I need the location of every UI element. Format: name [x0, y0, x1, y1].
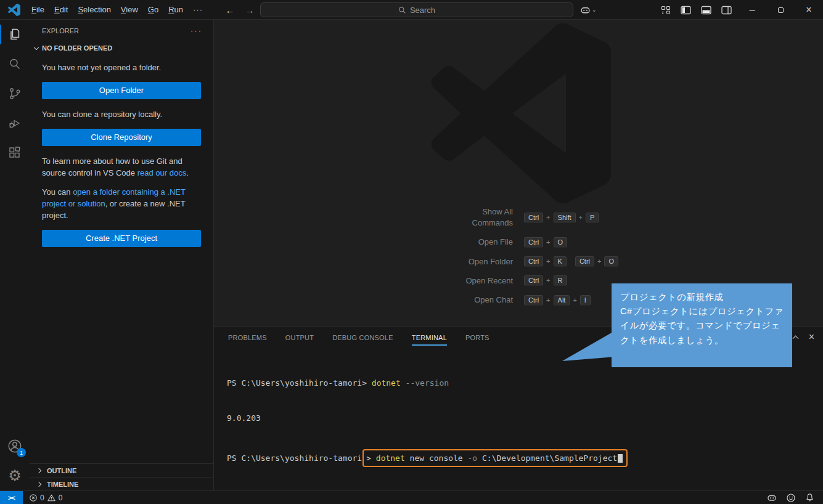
menu-bar: File Edit Selection View Go Run ··· [27, 0, 208, 20]
manage-gear-button[interactable]: ⚙ [0, 461, 30, 490]
tab-output[interactable]: OUTPUT [285, 334, 314, 346]
sidebar-header: EXPLORER ··· [30, 20, 213, 41]
explorer-sidebar: EXPLORER ··· NO FOLDER OPENED You have n… [30, 20, 214, 490]
section-no-folder-opened[interactable]: NO FOLDER OPENED [30, 41, 213, 55]
timeline-section[interactable]: TIMELINE [30, 477, 213, 490]
editor-area: Show All CommandsCtrl+Shift+POpen FileCt… [214, 20, 823, 327]
menu-run[interactable]: Run [163, 0, 188, 20]
close-button[interactable]: × [795, 0, 823, 20]
callout-body: C#プロジェクトにはプロジェクトファイルが必要です。コマンドでプロジェクトを作成… [620, 304, 784, 348]
shortcut-label: Open Recent [214, 275, 518, 287]
extensions-icon [7, 145, 22, 160]
copilot-status-icon[interactable] [767, 493, 777, 503]
menu-more-icon[interactable]: ··· [188, 0, 208, 20]
git-docs-text: To learn more about how to use Git and s… [42, 156, 201, 179]
toggle-secondary-sidebar-icon[interactable] [721, 6, 732, 15]
keycap: Ctrl [524, 275, 543, 286]
dotnet-text: You can open a folder containing a .NET … [42, 187, 201, 222]
remote-icon: >< [8, 494, 15, 502]
feedback-icon[interactable] [786, 493, 796, 503]
extensions-activity-icon[interactable] [0, 138, 30, 168]
menu-go[interactable]: Go [143, 0, 163, 20]
shortcut-row: Open FileCtrl+O [214, 237, 823, 248]
search-activity-icon[interactable] [0, 49, 30, 79]
terminal-line: PS C:\Users\yoshihiro-tamori> dotnet new… [227, 447, 823, 467]
shortcut-row: Open FolderCtrl+KCtrl+O [214, 256, 823, 267]
tab-terminal[interactable]: TERMINAL [412, 334, 447, 346]
keycap: Ctrl [524, 213, 543, 223]
tab-ports[interactable]: PORTS [465, 334, 489, 346]
copilot-icon [580, 5, 591, 15]
sidebar-title: EXPLORER [42, 27, 79, 35]
search-placeholder: Search [410, 6, 435, 15]
keycap: I [580, 295, 591, 306]
dotnet-text-pre: You can [42, 187, 73, 197]
keycap: O [554, 237, 568, 248]
run-debug-activity-icon[interactable] [0, 108, 30, 138]
remote-indicator[interactable]: >< [0, 491, 23, 504]
minimize-button[interactable]: ─ [738, 0, 766, 20]
vscode-logo-icon [8, 4, 20, 16]
terminal-cursor [618, 454, 623, 463]
command-center-search[interactable]: Search [260, 2, 573, 17]
menu-edit[interactable]: Edit [49, 0, 73, 20]
bell-icon[interactable] [805, 493, 814, 502]
terminal-flag: -o [468, 453, 478, 463]
terminal-view[interactable]: PS C:\Users\yoshihiro-tamori> dotnet --v… [214, 346, 823, 490]
terminal-args: new console [405, 453, 468, 463]
terminal-command: dotnet [372, 378, 401, 388]
clone-repository-button[interactable]: Clone Repository [42, 129, 201, 146]
titlebar: File Edit Selection View Go Run ··· ← → … [0, 0, 823, 20]
menu-file[interactable]: File [27, 0, 49, 20]
layout-controls [661, 0, 732, 20]
window-controls: ─ × [738, 0, 823, 20]
chevron-down-icon [34, 45, 39, 50]
tab-debug-console[interactable]: DEBUG CONSOLE [332, 334, 393, 346]
keycap: Ctrl [524, 256, 543, 267]
menu-selection[interactable]: Selection [73, 0, 115, 20]
outline-section[interactable]: OUTLINE [30, 463, 213, 477]
shortcut-keys: Ctrl+Shift+P [518, 213, 823, 223]
git-docs-text-post: . [186, 168, 189, 177]
shortcut-label: Show All Commands [214, 206, 518, 229]
search-icon [7, 57, 22, 71]
shortcut-row: Show All CommandsCtrl+Shift+P [214, 206, 823, 229]
maximize-button[interactable] [766, 0, 795, 20]
source-control-activity-icon[interactable] [0, 79, 30, 108]
forward-arrow-icon[interactable]: → [243, 5, 256, 15]
section-title: NO FOLDER OPENED [42, 44, 112, 52]
keycap: R [554, 275, 567, 286]
tab-problems[interactable]: PROBLEMS [228, 334, 267, 346]
outline-label: OUTLINE [47, 467, 76, 474]
maximize-icon [778, 7, 784, 13]
keycap: Ctrl [524, 295, 543, 306]
gear-icon: ⚙ [8, 468, 22, 483]
search-icon [398, 6, 406, 14]
command-highlight-box: > dotnet new console -o C:\Development\S… [362, 449, 628, 467]
keycap: O [604, 256, 618, 267]
annotation-callout: プロジェクトの新規作成 C#プロジェクトにはプロジェクトファイルが必要です。コマ… [612, 283, 792, 367]
status-bar: >< 0 0 [0, 490, 823, 504]
warning-count: 0 [59, 494, 63, 502]
explorer-activity-icon[interactable] [0, 20, 30, 49]
toggle-panel-icon[interactable] [701, 6, 711, 15]
toggle-sidebar-icon[interactable] [681, 6, 691, 15]
create-dotnet-project-button[interactable]: Create .NET Project [42, 230, 201, 247]
copilot-menu[interactable]: ⌄ [580, 0, 597, 20]
chevron-right-icon [36, 468, 41, 473]
terminal-args: --version [401, 378, 449, 388]
maximize-panel-icon[interactable] [792, 335, 798, 341]
keycap: Ctrl [575, 256, 594, 267]
problems-status[interactable]: 0 0 [29, 494, 62, 502]
open-folder-button[interactable]: Open Folder [42, 82, 201, 99]
back-arrow-icon[interactable]: ← [223, 5, 237, 15]
close-panel-icon[interactable]: × [809, 332, 814, 342]
read-our-docs-link[interactable]: read our docs [137, 168, 187, 177]
git-branch-icon [7, 86, 22, 101]
sidebar-more-icon[interactable]: ··· [187, 26, 206, 35]
callout-title: プロジェクトの新規作成 [620, 290, 784, 304]
customize-layout-icon[interactable] [661, 5, 671, 15]
shortcut-label: Open Chat [214, 295, 518, 306]
menu-view[interactable]: View [116, 0, 143, 20]
accounts-icon-button[interactable]: 1 [0, 431, 30, 461]
